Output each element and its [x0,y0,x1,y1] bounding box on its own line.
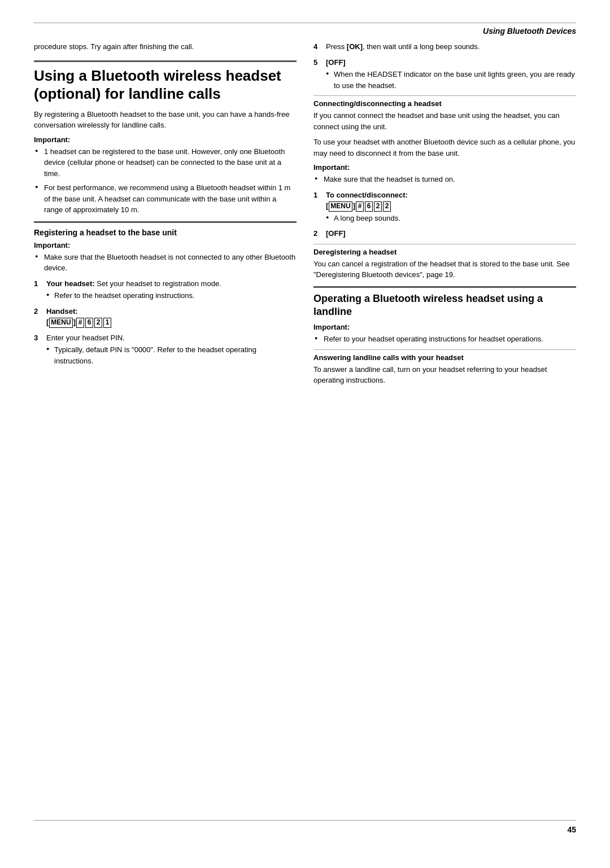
step-5-subbullets: When the HEADSET indicator on the base u… [326,69,576,91]
list-item: Make sure that the headset is turned on. [313,174,576,185]
connecting-body1: If you cannot connect the headset and ba… [313,110,576,132]
menu-key-2b: 2 [374,201,382,212]
page-header-title: Using Bluetooth Devices [483,27,576,36]
operating-divider [313,286,576,288]
answering-divider [313,349,576,350]
connecting-divider [313,95,576,96]
menu-key-menu2: MENU [329,201,352,212]
step-3-body: Enter your headset PIN. [46,334,125,342]
intro-body: By registering a Bluetooth headset to th… [34,109,297,131]
answering-title: Answering landline calls with your heads… [313,353,576,362]
operating-bullets: Refer to your headset operating instruct… [313,334,576,345]
step-4-num: 4 [313,41,324,52]
connect-step-1-content: To connect/disconnect: [MENU]#622 A long… [326,190,576,224]
menu-key-2c: 2 [383,201,391,212]
step-5-content: [OFF] When the HEADSET indicator on the … [326,57,576,91]
list-item: Refer to the headset operating instructi… [46,290,297,301]
deregistering-divider [313,244,576,244]
connect-step-1-menu: [MENU]#622 [326,201,391,210]
connect-step-1-title: To connect/disconnect: [326,191,408,199]
list-item: Refer to your headset operating instruct… [313,334,576,345]
content-area: procedure stops. Try again after finishi… [34,41,576,809]
step-2-title: Handset: [46,307,78,315]
list-item: Typically, default PIN is "0000". Refer … [46,344,297,366]
menu-key-1: 1 [103,318,111,328]
connect-step-1-num: 1 [313,190,324,224]
connecting-body2: To use your headset with another Bluetoo… [313,137,576,159]
step-2: 2 Handset: [MENU]#621 [34,306,297,328]
step-2-menu: [MENU]#621 [46,318,112,326]
registering-divider [34,221,297,223]
left-column: procedure stops. Try again after finishi… [34,41,297,809]
connecting-important-label: Important: [313,163,576,172]
menu-key-6b: 6 [365,201,373,212]
intro-text: procedure stops. Try again after finishi… [34,41,297,52]
main-title-divider [34,60,297,62]
operating-important-label: Important: [313,323,576,331]
connect-step-1-subbullets: A long beep sounds. [326,213,576,224]
top-rule [34,23,576,23]
list-item: 1 headset can be registered to the base … [34,146,297,179]
step-1: 1 Your headset: Set your headset to regi… [34,278,297,301]
connect-step-2-num: 2 [313,228,324,239]
registering-title: Registering a headset to the base unit [34,227,297,238]
step-1-content: Your headset: Set your headset to regist… [46,278,297,301]
step-2-num: 2 [34,306,44,328]
important-bullets: 1 headset can be registered to the base … [34,146,297,216]
step-5-label: [OFF] [326,58,346,67]
deregistering-body: You can cancel a registration of the hea… [313,258,576,280]
list-item: For best performance, we recommend using… [34,182,297,216]
connect-step-1: 1 To connect/disconnect: [MENU]#622 A lo… [313,190,576,224]
step-3: 3 Enter your headset PIN. Typically, def… [34,332,297,367]
connecting-bullets: Make sure that the headset is turned on. [313,174,576,185]
right-column: 4 Press [OK], then wait until a long bee… [313,41,576,809]
step-3-subbullets: Typically, default PIN is "0000". Refer … [46,344,297,366]
connecting-title: Connecting/disconnecting a headset [313,99,576,108]
list-item: A long beep sounds. [326,213,576,224]
operating-title: Operating a Bluetooth wireless headset u… [313,292,576,319]
list-item: Make sure that the Bluetooth headset is … [34,252,297,274]
step-1-num: 1 [34,278,44,301]
step-1-body: Set your headset to registration mode. [97,279,221,288]
page-number: 45 [567,825,576,834]
step-4: 4 Press [OK], then wait until a long bee… [313,41,576,52]
registering-important-label: Important: [34,241,297,249]
connect-step-2-content: [OFF] [326,228,576,239]
step-3-num: 3 [34,332,44,367]
menu-key-6: 6 [85,318,93,328]
page: Using Bluetooth Devices procedure stops.… [0,0,610,868]
connect-step-2-label: [OFF] [326,229,346,238]
step-3-content: Enter your headset PIN. Typically, defau… [46,332,297,367]
step-5-num: 5 [313,57,324,91]
list-item: When the HEADSET indicator on the base u… [326,69,576,91]
deregistering-title: Deregistering a headset [313,248,576,256]
step-4-content: Press [OK], then wait until a long beep … [326,41,576,52]
menu-key-2: 2 [94,318,102,328]
menu-key-menu: MENU [49,318,72,328]
menu-key-hash: # [76,318,84,328]
important-label: Important: [34,135,297,144]
menu-key-hash2: # [356,201,364,212]
main-title: Using a Bluetooth wireless headset (opti… [34,67,297,103]
step-5: 5 [OFF] When the HEADSET indicator on th… [313,57,576,91]
connect-step-2: 2 [OFF] [313,228,576,239]
registering-bullets: Make sure that the Bluetooth headset is … [34,252,297,274]
ok-key: [OK] [347,42,363,51]
page-header: Using Bluetooth Devices [34,27,576,36]
step-1-subbullets: Refer to the headset operating instructi… [46,290,297,301]
step-2-content: Handset: [MENU]#621 [46,306,297,328]
page-footer: 45 [34,820,576,834]
answering-body: To answer a landline call, turn on your … [313,364,576,386]
step-1-title: Your headset: [46,279,95,288]
